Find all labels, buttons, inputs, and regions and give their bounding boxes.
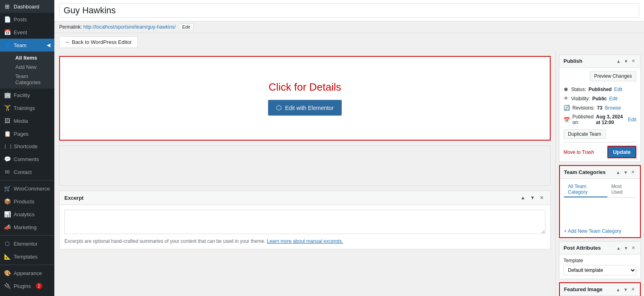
sidebar-item-label: Comments bbox=[14, 156, 39, 162]
sidebar-item-products[interactable]: 📦 Products bbox=[0, 195, 54, 208]
post-attr-down-button[interactable]: ▼ bbox=[623, 245, 630, 251]
publish-panel: Publish ▲ ▼ ✕ Preview Changes ⏺ Status: … bbox=[559, 54, 641, 162]
tab-all-team-category[interactable]: All Team Category bbox=[564, 182, 607, 197]
team-categories-tabs: All Team Category Most Used bbox=[564, 182, 636, 198]
excerpt-hint-link[interactable]: Learn more about manual excerpts. bbox=[267, 238, 343, 244]
move-to-trash-link[interactable]: Move to Trash bbox=[564, 149, 594, 155]
edit-with-elementor-button[interactable]: ⬡ Edit with Elementor bbox=[268, 100, 342, 116]
excerpt-box: Excerpt ▲ ▼ ✕ Excerpts are optional hand… bbox=[59, 190, 551, 249]
post-attr-close-button[interactable]: ✕ bbox=[630, 245, 636, 251]
sidebar-item-label: Media bbox=[14, 118, 28, 124]
sidebar: ⊞ Dashboard 📄 Posts 📅 Event 👤 Team ◀ All… bbox=[0, 0, 54, 296]
media-icon: 🖼 bbox=[4, 118, 10, 124]
pages-icon: 📋 bbox=[4, 130, 10, 137]
elementor-preview-box: Click for Details ⬡ Edit with Elementor bbox=[59, 56, 551, 141]
publish-status-row: ⏺ Status: Published Edit bbox=[564, 85, 636, 94]
sidebar-item-elementor[interactable]: ⬡ Elementor bbox=[0, 237, 54, 250]
team-icon: 👤 bbox=[4, 42, 10, 48]
post-title-input[interactable] bbox=[59, 3, 639, 18]
plugins-badge: 2 bbox=[36, 283, 42, 289]
post-attributes-body: Template Default template bbox=[559, 255, 640, 279]
revisions-browse-link[interactable]: Browse bbox=[605, 105, 621, 111]
excerpt-box-controls: ▲ ▼ ✕ bbox=[519, 194, 545, 201]
sidebar-item-dashboard[interactable]: ⊞ Dashboard bbox=[0, 0, 54, 13]
visibility-edit-link[interactable]: Edit bbox=[609, 96, 617, 101]
publish-collapse-down-button[interactable]: ▼ bbox=[623, 58, 630, 64]
sidebar-item-appearance[interactable]: 🎨 Appearance bbox=[0, 267, 54, 279]
sidebar-subitem-team-categories[interactable]: Team Categories bbox=[11, 72, 54, 87]
excerpt-collapse-up-button[interactable]: ▲ bbox=[519, 194, 527, 201]
revisions-label: Revisions: bbox=[572, 105, 594, 111]
post-attributes-header: Post Attributes ▲ ▼ ✕ bbox=[559, 242, 640, 255]
plugins-icon: 🔌 bbox=[4, 283, 10, 289]
woocommerce-icon: 🛒 bbox=[4, 185, 10, 192]
featured-img-down-button[interactable]: ▼ bbox=[622, 286, 629, 292]
sidebar-item-users[interactable]: 👥 Users bbox=[0, 292, 54, 296]
permalink-url[interactable]: http://localhost/sportsmi/team/guy-hawki… bbox=[83, 24, 175, 30]
featured-img-close-button[interactable]: ✕ bbox=[630, 286, 636, 292]
facility-icon: 🏢 bbox=[4, 92, 10, 98]
published-edit-link[interactable]: Edit bbox=[628, 117, 636, 122]
sidebar-divider-2 bbox=[0, 235, 54, 236]
add-new-team-category-link[interactable]: + Add New Team Category bbox=[564, 228, 636, 234]
team-categories-header: Team Categories ▲ ▼ ✕ bbox=[560, 166, 640, 179]
status-label: Status: bbox=[571, 87, 586, 92]
sidebar-item-contact[interactable]: ✉ Contact bbox=[0, 166, 54, 178]
sidebar-item-woocommerce[interactable]: 🛒 WooCommerce bbox=[0, 182, 54, 195]
sidebar-item-plugins[interactable]: 🔌 Plugins 2 bbox=[0, 279, 54, 292]
main-wrapper: Permalink: http://localhost/sportsmi/tea… bbox=[54, 0, 644, 296]
permalink-edit-button[interactable]: Edit bbox=[179, 23, 194, 31]
post-attr-up-button[interactable]: ▲ bbox=[615, 245, 622, 251]
contact-icon: ✉ bbox=[4, 169, 10, 175]
sidebar-item-posts[interactable]: 📄 Posts bbox=[0, 13, 54, 26]
team-cat-collapse-up-button[interactable]: ▲ bbox=[615, 169, 621, 175]
publish-panel-controls: ▲ ▼ ✕ bbox=[615, 58, 636, 64]
sidebar-subitem-add-new[interactable]: Add New bbox=[11, 62, 54, 72]
excerpt-close-button[interactable]: ✕ bbox=[538, 194, 545, 201]
publish-close-button[interactable]: ✕ bbox=[630, 58, 636, 64]
team-cat-collapse-down-button[interactable]: ▼ bbox=[622, 169, 629, 175]
sidebar-item-event[interactable]: 📅 Event bbox=[0, 26, 54, 39]
featured-image-controls: ▲ ▼ ✕ bbox=[615, 286, 636, 292]
analytics-icon: 📊 bbox=[4, 211, 10, 217]
sidebar-item-comments[interactable]: 💬 Comments bbox=[0, 153, 54, 166]
excerpt-box-body: Excerpts are optional hand-crafted summa… bbox=[60, 205, 550, 249]
back-to-editor-button[interactable]: ← Back to WordPress Editor bbox=[59, 36, 138, 48]
published-value: Aug 3, 2024 at 12:00 bbox=[596, 114, 626, 125]
sidebar-divider bbox=[0, 180, 54, 180]
sidebar-item-team[interactable]: 👤 Team ◀ bbox=[0, 39, 54, 52]
sidebar-item-label: Products bbox=[14, 199, 34, 205]
sidebar-item-shortcode[interactable]: [ ] Shortcode bbox=[0, 140, 54, 153]
sidebar-item-label: Trainings bbox=[14, 105, 35, 111]
excerpt-collapse-down-button[interactable]: ▼ bbox=[528, 194, 537, 201]
editor-main: Click for Details ⬡ Edit with Elementor … bbox=[54, 51, 555, 296]
sidebar-item-label: Templates bbox=[14, 254, 37, 260]
sidebar-subitem-all-items[interactable]: All Items bbox=[11, 53, 54, 62]
sidebar-item-pages[interactable]: 📋 Pages bbox=[0, 127, 54, 140]
post-attributes-panel: Post Attributes ▲ ▼ ✕ Template Default t… bbox=[559, 241, 641, 279]
sidebar-item-label: Dashboard bbox=[14, 4, 39, 10]
sidebar-item-templates[interactable]: 📐 Templates bbox=[0, 250, 54, 263]
sidebar-item-analytics[interactable]: 📊 Analytics bbox=[0, 208, 54, 221]
sidebar-item-label: Pages bbox=[14, 131, 29, 137]
sidebar-item-facility[interactable]: 🏢 Facility bbox=[0, 89, 54, 101]
tab-most-used[interactable]: Most Used bbox=[607, 182, 636, 197]
update-button[interactable]: Update bbox=[607, 146, 636, 158]
click-for-details-text: Click for Details bbox=[268, 81, 341, 93]
sidebar-item-marketing[interactable]: 📣 Marketing bbox=[0, 221, 54, 234]
editor-bar: ← Back to WordPress Editor bbox=[54, 33, 644, 51]
status-edit-link[interactable]: Edit bbox=[614, 87, 623, 92]
team-categories-body: All Team Category Most Used + Add New Te… bbox=[560, 179, 640, 237]
excerpt-textarea[interactable] bbox=[64, 210, 545, 234]
top-bar bbox=[54, 0, 644, 21]
template-select[interactable]: Default template bbox=[564, 265, 636, 275]
sidebar-item-label: Plugins bbox=[14, 283, 31, 289]
preview-changes-button[interactable]: Preview Changes bbox=[590, 71, 636, 81]
sidebar-item-trainings[interactable]: 🏋 Trainings bbox=[0, 101, 54, 114]
publish-collapse-up-button[interactable]: ▲ bbox=[615, 58, 622, 64]
team-categories-title: Team Categories bbox=[564, 169, 606, 175]
duplicate-team-button[interactable]: Duplicate Team bbox=[564, 129, 606, 139]
sidebar-item-media[interactable]: 🖼 Media bbox=[0, 114, 54, 127]
team-cat-close-button[interactable]: ✕ bbox=[630, 169, 636, 175]
featured-img-up-button[interactable]: ▲ bbox=[615, 286, 621, 292]
